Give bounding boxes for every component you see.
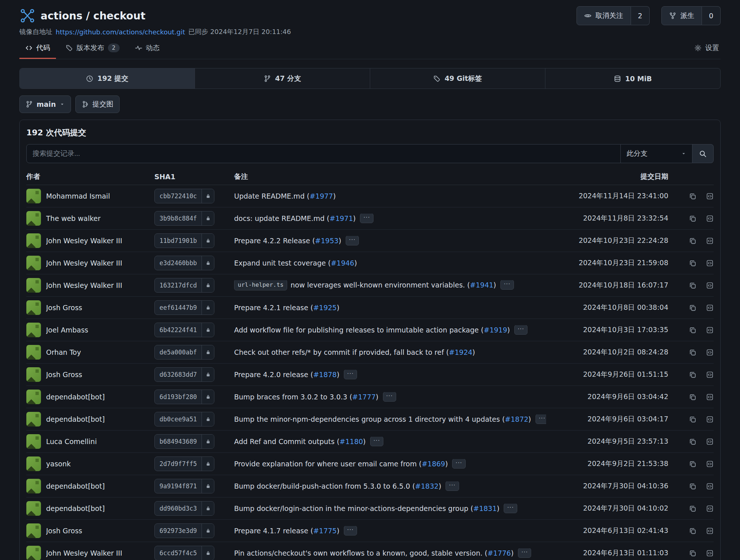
avatar[interactable]	[26, 501, 41, 516]
copy-sha-button[interactable]	[689, 505, 696, 512]
commit-message[interactable]: now leverages well-known environment var…	[290, 281, 470, 289]
browse-source-button[interactable]	[706, 460, 714, 468]
commit-message[interactable]: Bump docker/login-action in the minor-ac…	[234, 504, 473, 512]
issue-link[interactable]: #1946	[331, 259, 354, 267]
stat-tags[interactable]: 49 Git标签	[370, 68, 545, 89]
commit-message[interactable]: Check out other refs/* by commit if prov…	[234, 348, 449, 356]
issue-link[interactable]: #1953	[315, 237, 338, 245]
copy-sha-button[interactable]	[689, 527, 696, 535]
commit-author-name[interactable]: John Wesley Walker III	[46, 237, 122, 245]
copy-sha-button[interactable]	[689, 416, 696, 423]
browse-source-button[interactable]	[706, 349, 714, 356]
expand-commit-button[interactable]: ···	[504, 504, 517, 514]
fork-button[interactable]: 派生	[661, 6, 702, 25]
browse-source-button[interactable]	[706, 304, 714, 312]
copy-sha-button[interactable]	[689, 259, 696, 267]
branch-selector[interactable]: main	[19, 95, 71, 113]
browse-source-button[interactable]	[706, 527, 714, 535]
avatar[interactable]	[26, 233, 41, 248]
commit-author-name[interactable]: Joel Ambass	[46, 326, 88, 334]
expand-commit-button[interactable]: ···	[346, 236, 359, 246]
code-chip[interactable]: url-helper.ts	[234, 280, 287, 290]
commit-author-name[interactable]: Josh Gross	[46, 304, 82, 312]
avatar[interactable]	[26, 189, 41, 203]
commit-message[interactable]: Add workflow file for publishing release…	[234, 326, 484, 334]
commit-sha-button[interactable]: 9a9194f871	[154, 479, 214, 493]
issue-link[interactable]: #1831	[473, 504, 497, 512]
browse-source-button[interactable]	[706, 393, 714, 401]
avatar[interactable]	[26, 278, 41, 293]
avatar[interactable]	[26, 523, 41, 538]
commit-author-name[interactable]: dependabot[bot]	[46, 415, 105, 423]
copy-sha-button[interactable]	[689, 460, 696, 468]
expand-commit-button[interactable]: ···	[344, 370, 357, 380]
copy-sha-button[interactable]	[689, 304, 696, 312]
repo-title[interactable]: actions / checkout	[41, 10, 146, 22]
commit-sha-button[interactable]: 11bd71901b	[154, 233, 214, 248]
commit-author-name[interactable]: The web walker	[46, 214, 101, 222]
commit-message[interactable]: Prepare 4.2.1 release (	[234, 304, 313, 312]
unwatch-button[interactable]: 取消关注	[576, 6, 631, 25]
commit-search-input[interactable]	[26, 144, 621, 163]
avatar[interactable]	[26, 300, 41, 315]
copy-sha-button[interactable]	[689, 215, 696, 222]
commit-author-name[interactable]: Josh Gross	[46, 371, 82, 379]
avatar[interactable]	[26, 412, 41, 426]
avatar[interactable]	[26, 546, 41, 560]
commit-message[interactable]: Update README.md (	[234, 192, 309, 200]
issue-link[interactable]: #1941	[470, 281, 493, 289]
commit-message[interactable]: Add Ref and Commit outputs (	[234, 437, 339, 446]
commit-author-name[interactable]: John Wesley Walker III	[46, 549, 122, 557]
avatar[interactable]	[26, 345, 41, 360]
avatar[interactable]	[26, 367, 41, 382]
browse-source-button[interactable]	[706, 326, 714, 334]
copy-sha-button[interactable]	[689, 237, 696, 245]
commit-message[interactable]: Bump docker/build-push-action from 5.3.0…	[234, 482, 415, 490]
browse-source-button[interactable]	[706, 416, 714, 423]
browse-source-button[interactable]	[706, 282, 714, 289]
commit-author-name[interactable]: Luca Comellini	[46, 437, 97, 446]
commit-author-name[interactable]: John Wesley Walker III	[46, 281, 122, 289]
copy-sha-button[interactable]	[689, 326, 696, 334]
commit-sha-button[interactable]: cbb722410c	[154, 189, 214, 203]
browse-source-button[interactable]	[706, 549, 714, 557]
forks-count-button[interactable]: 0	[702, 6, 721, 25]
issue-link[interactable]: #1869	[422, 460, 445, 468]
expand-commit-button[interactable]: ···	[500, 280, 514, 290]
commit-message[interactable]: Bump the minor-npm-dependencies group ac…	[234, 415, 505, 423]
commit-author-name[interactable]: Josh Gross	[46, 527, 82, 535]
copy-sha-button[interactable]	[689, 438, 696, 446]
expand-commit-button[interactable]: ···	[383, 392, 396, 402]
commit-sha-button[interactable]: 6b42224f41	[154, 323, 214, 337]
commit-author-name[interactable]: dependabot[bot]	[46, 504, 105, 512]
mirror-url-link[interactable]: https://github.com/actions/checkout.git	[56, 28, 185, 36]
expand-commit-button[interactable]: ···	[452, 459, 465, 469]
commit-author-name[interactable]: Mohammad Ismail	[46, 192, 110, 200]
issue-link[interactable]: #1777	[352, 393, 376, 401]
tab-code[interactable]: 代码	[19, 38, 56, 59]
commit-sha-button[interactable]: 6d193bf280	[154, 390, 214, 404]
avatar[interactable]	[26, 323, 41, 337]
copy-sha-button[interactable]	[689, 549, 696, 557]
issue-link[interactable]: #1776	[487, 549, 511, 557]
browse-source-button[interactable]	[706, 438, 714, 446]
issue-link[interactable]: #1878	[313, 371, 337, 379]
commit-message[interactable]: Expand unit test coverage (	[234, 259, 331, 267]
branch-filter-dropdown[interactable]: 此分支	[621, 144, 692, 163]
copy-sha-button[interactable]	[689, 349, 696, 356]
commit-sha-button[interactable]: b684943689	[154, 434, 214, 449]
expand-commit-button[interactable]: ···	[536, 414, 546, 424]
browse-source-button[interactable]	[706, 371, 714, 379]
browse-source-button[interactable]	[706, 215, 714, 222]
expand-commit-button[interactable]: ···	[370, 437, 383, 447]
commit-sha-button[interactable]: dd960bd3c3	[154, 501, 214, 516]
issue-link[interactable]: #1775	[313, 527, 337, 535]
expand-commit-button[interactable]: ···	[360, 214, 373, 223]
avatar[interactable]	[26, 456, 41, 471]
avatar[interactable]	[26, 211, 41, 226]
issue-link[interactable]: #1977	[309, 192, 333, 200]
stat-commits[interactable]: 192 提交	[20, 68, 195, 89]
commit-sha-button[interactable]: 6ccd57f4c5	[154, 546, 214, 560]
avatar[interactable]	[26, 479, 41, 493]
tab-activity[interactable]: 动态	[129, 38, 166, 59]
